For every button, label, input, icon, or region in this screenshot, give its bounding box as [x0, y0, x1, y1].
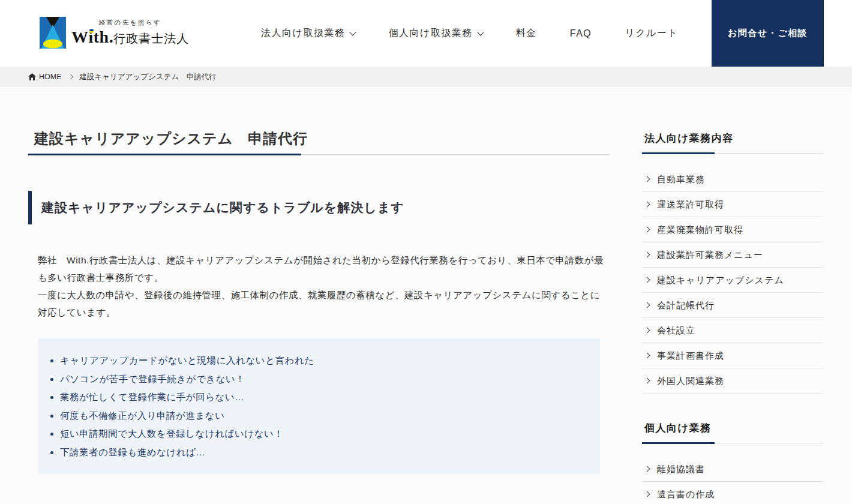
sidebar-section-corporate: 法人向け業務内容 自動車業務 運送業許可取得 産業廃棄物許可取得 建設業許可業務… — [642, 131, 823, 394]
trouble-item: 下請業者の登録も進めなければ… — [60, 443, 588, 462]
sidebar-item-divorce-agreement[interactable]: 離婚協議書 — [642, 457, 823, 482]
sidebar-section-personal: 個人向け業務 離婚協議書 遺言書の作成 — [642, 421, 823, 504]
sidebar-item-label: 産業廃棄物許可取得 — [657, 224, 743, 235]
trouble-item: パソコンが苦手で登録手続きができない！ — [60, 370, 588, 389]
nav-label: 個人向け取扱業務 — [388, 27, 472, 40]
page-title: 建設キャリアアップシステム 申請代行 — [34, 130, 609, 148]
section-heading-block: 建設キャリアアップシステムに関するトラブルを解決します — [28, 191, 404, 224]
brand-name: With.行政書士法人 — [71, 34, 189, 44]
nav-item-faq[interactable]: FAQ — [570, 28, 592, 39]
intro-text: 弊社 With.行政書士法人は、建設キャリアアップシステムが開始された当初から登… — [38, 251, 607, 321]
chevron-right-icon — [644, 252, 650, 258]
chevron-right-icon — [644, 328, 650, 334]
sidebar-section-title: 法人向け業務内容 — [642, 131, 823, 154]
sidebar-item-company-establishment[interactable]: 会社設立 — [642, 318, 823, 343]
sidebar-item-label: 離婚協議書 — [657, 464, 705, 474]
sidebar-item-label: 事業計画書作成 — [657, 350, 724, 361]
sidebar-list: 離婚協議書 遺言書の作成 — [642, 457, 823, 504]
chevron-right-icon — [644, 491, 650, 497]
trouble-item: 短い申請期間で大人数を登録しなければいけない！ — [60, 425, 588, 443]
sidebar-item-industrial-waste[interactable]: 産業廃棄物許可取得 — [642, 217, 823, 242]
chevron-right-icon — [644, 277, 650, 283]
lighthouse-logo-icon — [40, 17, 66, 49]
chevron-right-icon — [644, 227, 650, 233]
page-title-block: 建設キャリアアップシステム 申請代行 — [28, 130, 609, 155]
sidebar-list: 自動車業務 運送業許可取得 産業廃棄物許可取得 建設業許可業務メニュー 建設キャ… — [642, 167, 823, 394]
logo-text: 経営の先を照らす With.行政書士法人 — [71, 17, 189, 47]
trouble-list: キャリアアップカードがないと現場に入れないと言われた パソコンが苦手で登録手続き… — [49, 352, 588, 461]
site-logo[interactable]: 経営の先を照らす With.行政書士法人 — [40, 17, 189, 49]
nav-label: リクルート — [625, 27, 678, 40]
sidebar: 法人向け業務内容 自動車業務 運送業許可取得 産業廃棄物許可取得 建設業許可業務… — [642, 131, 823, 504]
chevron-right-icon — [644, 176, 650, 182]
sidebar-item-label: 建設業許可業務メニュー — [657, 250, 763, 260]
sidebar-item-transport-license[interactable]: 運送業許可取得 — [642, 192, 823, 217]
nav-label: 法人向け取扱業務 — [261, 27, 345, 40]
trouble-list-box: キャリアアップカードがないと現場に入れないと言われた パソコンが苦手で登録手続き… — [38, 338, 600, 474]
chevron-right-icon — [644, 202, 650, 208]
contact-button[interactable]: お問合せ・ご相談 — [712, 0, 824, 67]
sidebar-item-will-preparation[interactable]: 遺言書の作成 — [642, 482, 823, 504]
main-nav: 法人向け取扱業務 個人向け取扱業務 料金 FAQ リクルート — [261, 0, 678, 67]
breadcrumb-home-label: HOME — [39, 73, 62, 81]
logo-tagline: 経営の先を照らす — [71, 17, 189, 28]
trouble-item: 何度も不備修正が入り申請が進まない — [60, 407, 588, 425]
intro-paragraph: 弊社 With.行政書士法人は、建設キャリアアップシステムが開始された当初から登… — [38, 251, 607, 286]
sidebar-item-foreigner-services[interactable]: 外国人関連業務 — [642, 368, 823, 394]
sidebar-item-label: 会社設立 — [657, 325, 695, 335]
nav-item-personal-services[interactable]: 個人向け取扱業務 — [388, 27, 482, 40]
chevron-right-icon — [644, 378, 650, 384]
breadcrumb-current: 建設キャリアアップシステム 申請代行 — [80, 72, 217, 82]
intro-paragraph: 一度に大人数の申請や、登録後の維持管理、施工体制の作成、就業履歴の蓄積など、建設… — [38, 286, 607, 321]
trouble-item: キャリアアップカードがないと現場に入れないと言われた — [60, 352, 588, 370]
sidebar-item-automobile[interactable]: 自動車業務 — [642, 167, 823, 192]
sidebar-item-label: 建設キャリアアップシステム — [657, 275, 784, 285]
nav-item-corporate-services[interactable]: 法人向け取扱業務 — [261, 27, 355, 40]
sidebar-item-label: 自動車業務 — [657, 174, 705, 184]
site-header: 経営の先を照らす With.行政書士法人 法人向け取扱業務 個人向け取扱業務 料… — [0, 0, 852, 67]
chevron-down-icon — [350, 29, 356, 35]
page: { "logo": { "tagline": "経営の先を照らす", "bran… — [0, 0, 852, 504]
home-icon — [28, 73, 36, 80]
sidebar-item-construction-license[interactable]: 建設業許可業務メニュー — [642, 242, 823, 268]
breadcrumb-home-link[interactable]: HOME — [28, 73, 62, 81]
sidebar-item-bookkeeping[interactable]: 会計記帳代行 — [642, 293, 823, 318]
nav-label: 料金 — [516, 27, 537, 40]
sidebar-item-career-up-system[interactable]: 建設キャリアアップシステム — [642, 268, 823, 293]
section-heading: 建設キャリアアップシステムに関するトラブルを解決します — [41, 200, 404, 215]
sidebar-item-label: 外国人関連業務 — [657, 376, 724, 386]
sidebar-item-business-plan[interactable]: 事業計画書作成 — [642, 343, 823, 368]
sidebar-item-label: 運送業許可取得 — [657, 199, 724, 209]
nav-label: FAQ — [570, 28, 592, 39]
trouble-item: 業務が忙しくて登録作業に手が回らない… — [60, 388, 588, 407]
chevron-right-icon — [644, 466, 650, 472]
sidebar-item-label: 会計記帳代行 — [657, 300, 715, 310]
chevron-right-icon — [644, 353, 650, 359]
chevron-right-icon — [644, 302, 650, 308]
sidebar-item-label: 遺言書の作成 — [657, 489, 715, 499]
sidebar-section-title: 個人向け業務 — [642, 421, 823, 443]
nav-item-recruit[interactable]: リクルート — [625, 27, 678, 40]
chevron-right-icon — [68, 74, 73, 79]
nav-item-pricing[interactable]: 料金 — [516, 27, 537, 40]
breadcrumb: HOME 建設キャリアアップシステム 申請代行 — [0, 67, 852, 87]
brand-i-dot: i — [89, 28, 94, 47]
chevron-down-icon — [477, 29, 484, 35]
